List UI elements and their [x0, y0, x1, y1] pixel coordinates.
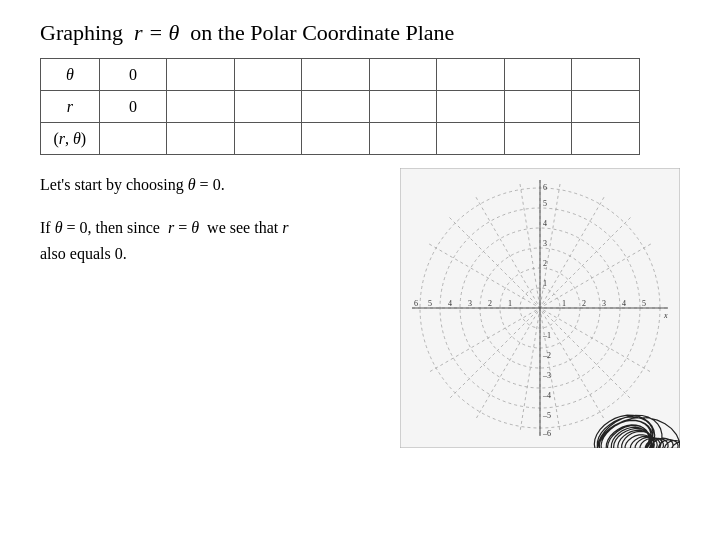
- r-val-7: [572, 91, 640, 123]
- paragraph-2: If θ = 0, then since r = θ we see that r…: [40, 215, 380, 266]
- r-val-2: [234, 91, 302, 123]
- svg-text:–4: –4: [542, 391, 551, 400]
- page: Graphing r = θ on the Polar Coordinate P…: [0, 0, 720, 540]
- r-val-5: [437, 91, 505, 123]
- theta-val-3: [302, 59, 370, 91]
- rtheta-val-6: [504, 123, 572, 155]
- polar-graph: 1 2 3 4 5 x 1 2 3 4 5 6 1 2: [400, 168, 680, 448]
- r-val-3: [302, 91, 370, 123]
- title-prefix: Graphing: [40, 20, 123, 45]
- svg-text:x: x: [663, 311, 668, 320]
- rtheta-val-3: [302, 123, 370, 155]
- svg-text:3: 3: [602, 299, 606, 308]
- theta-val-0: 0: [99, 59, 167, 91]
- rtheta-val-2: [234, 123, 302, 155]
- svg-text:3: 3: [468, 299, 472, 308]
- rtheta-val-4: [369, 123, 437, 155]
- table-row-theta: θ 0: [41, 59, 640, 91]
- r-val-0: 0: [99, 91, 167, 123]
- r-val-1: [167, 91, 235, 123]
- r-val-4: [369, 91, 437, 123]
- theta-val-1: [167, 59, 235, 91]
- table-row-r: r 0: [41, 91, 640, 123]
- svg-text:–3: –3: [542, 371, 551, 380]
- svg-text:4: 4: [543, 219, 547, 228]
- theta-label: θ: [41, 59, 100, 91]
- theta-val-6: [504, 59, 572, 91]
- theta-val-5: [437, 59, 505, 91]
- theta-val-2: [234, 59, 302, 91]
- r-val-6: [504, 91, 572, 123]
- data-table-wrapper: θ 0 r 0 (r, θ): [40, 58, 690, 155]
- svg-text:5: 5: [428, 299, 432, 308]
- polar-graph-svg: 1 2 3 4 5 x 1 2 3 4 5 6 1 2: [400, 168, 680, 448]
- svg-text:3: 3: [543, 239, 547, 248]
- content-area: Let's start by choosing θ = 0. If θ = 0,…: [40, 173, 690, 448]
- title-suffix: on the Polar Coordinate Plane: [190, 20, 454, 45]
- svg-text:5: 5: [543, 199, 547, 208]
- rtheta-label: (r, θ): [41, 123, 100, 155]
- svg-text:–6: –6: [542, 429, 551, 438]
- svg-text:4: 4: [448, 299, 452, 308]
- svg-text:2: 2: [543, 259, 547, 268]
- svg-text:2: 2: [488, 299, 492, 308]
- svg-text:–2: –2: [542, 351, 551, 360]
- rtheta-val-0: [99, 123, 167, 155]
- svg-text:–1: –1: [542, 331, 551, 340]
- svg-text:5: 5: [642, 299, 646, 308]
- page-title: Graphing r = θ on the Polar Coordinate P…: [40, 20, 690, 46]
- table-row-rtheta: (r, θ): [41, 123, 640, 155]
- title-equation: r = θ: [134, 20, 179, 45]
- svg-text:4: 4: [622, 299, 626, 308]
- text-area: Let's start by choosing θ = 0. If θ = 0,…: [40, 173, 380, 266]
- rtheta-val-1: [167, 123, 235, 155]
- svg-text:1: 1: [508, 299, 512, 308]
- svg-text:1: 1: [562, 299, 566, 308]
- paragraph-1: Let's start by choosing θ = 0.: [40, 173, 380, 197]
- r-label: r: [41, 91, 100, 123]
- theta-val-7: [572, 59, 640, 91]
- svg-text:6: 6: [543, 183, 547, 192]
- values-table: θ 0 r 0 (r, θ): [40, 58, 640, 155]
- svg-text:2: 2: [582, 299, 586, 308]
- svg-text:–5: –5: [542, 411, 551, 420]
- svg-text:1: 1: [543, 279, 547, 288]
- svg-text:6: 6: [414, 299, 418, 308]
- rtheta-val-5: [437, 123, 505, 155]
- theta-val-4: [369, 59, 437, 91]
- rtheta-val-7: [572, 123, 640, 155]
